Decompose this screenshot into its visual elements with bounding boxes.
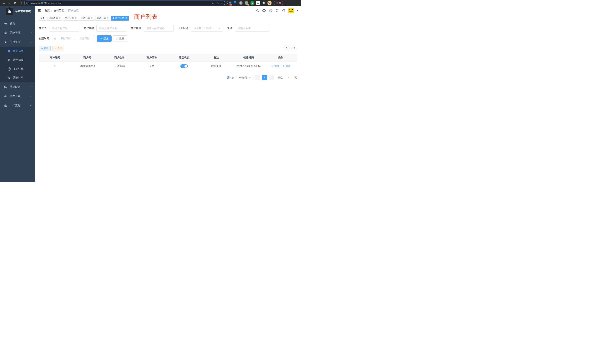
refresh-icon — [293, 47, 295, 50]
search-button[interactable]: 搜索 — [97, 35, 112, 42]
tab-user-group[interactable]: 用户分组✕ — [63, 16, 78, 21]
goto-page-input[interactable] — [285, 75, 292, 80]
yen-icon: ¥ — [4, 40, 7, 44]
extension-y-icon[interactable]: y — [250, 1, 254, 5]
share-icon[interactable] — [216, 1, 219, 4]
font-size-icon[interactable]: TT — [282, 9, 285, 12]
page-size-select[interactable]: 10条/页 — [236, 75, 254, 80]
merchant-table: 商户编号 商户号 商户全称 商户简称 开启状态 备注 创建时间 操作 1 M23… — [39, 54, 297, 71]
payment-submenu: 商户信息 应用信息 ¥ 支付订单 退款订单 — [0, 47, 35, 82]
tags-view-bar: 首页 流程表单✕ 用户分组✕ 支付订单✕ 退款订单✕ 商户信息✕ — [35, 15, 301, 21]
fullscreen-icon[interactable] — [275, 9, 279, 12]
browser-back-button[interactable]: ← — [1, 0, 6, 5]
short-name-input[interactable] — [144, 25, 174, 32]
search-icon — [285, 47, 288, 50]
extension-notes-icon[interactable] — [256, 1, 260, 5]
url-bar[interactable]: i localhost:1024/pay/merchant ☆ — [24, 0, 225, 5]
create-time-range-picker[interactable]: 开始日期 - 结束日期 — [52, 35, 94, 42]
col-remark: 备注 — [200, 54, 232, 62]
dashboard-icon — [4, 22, 7, 25]
close-icon[interactable]: ✕ — [75, 17, 76, 19]
browser-reload-button[interactable] — [13, 0, 17, 5]
home-icon — [19, 1, 22, 4]
plus-icon — [41, 47, 43, 50]
close-icon[interactable]: ✕ — [107, 17, 109, 19]
tab-merchant-info[interactable]: 商户信息✕ — [111, 16, 129, 21]
browser-menu-icon[interactable]: ⋮⋮ — [284, 1, 287, 5]
tab-pay-order[interactable]: 支付订单✕ — [79, 16, 94, 21]
profile-avatar-icon[interactable] — [268, 1, 271, 5]
bookmark-star-icon[interactable]: ☆ — [221, 2, 223, 4]
merchant-no-input[interactable] — [49, 25, 79, 32]
browser-home-button[interactable] — [18, 0, 23, 5]
app-logo[interactable]: 芋道管理系统 — [0, 6, 35, 17]
page-1-button[interactable]: 1 — [262, 75, 267, 80]
browser-forward-button[interactable]: → — [7, 0, 12, 5]
site-info-icon[interactable]: i — [26, 2, 29, 4]
status-select[interactable]: 请选择开启状态 — [191, 25, 223, 32]
edit-link[interactable]: 修改 — [271, 64, 279, 68]
prev-page-button[interactable]: ‹ — [255, 75, 260, 80]
add-button[interactable]: 新增 — [39, 46, 51, 51]
trash-icon — [282, 65, 285, 67]
reset-button[interactable]: 重置 — [113, 35, 127, 42]
sidebar-item-infrastructure[interactable]: 基础设施 — [0, 82, 35, 92]
github-icon[interactable] — [262, 9, 266, 12]
sidebar-item-workflow[interactable]: 工作流程 — [0, 101, 35, 110]
page-unit-label: 页 — [294, 76, 297, 79]
show-search-toggle-button[interactable] — [284, 46, 290, 51]
status-toggle[interactable] — [180, 64, 188, 68]
app-title: 芋道管理系统 — [15, 10, 31, 13]
user-avatar[interactable] — [288, 8, 294, 13]
breadcrumb-home[interactable]: 首页 — [44, 9, 50, 12]
sidebar-item-label: 支付订单 — [13, 67, 23, 71]
sidebar-item-payment[interactable]: ¥ 支付管理 — [0, 37, 35, 47]
sidebar-item-pay-order[interactable]: ¥ 支付订单 — [0, 64, 35, 73]
tab-process-form[interactable]: 流程表单✕ — [47, 16, 62, 21]
extension-devtools-icon[interactable]: 10 — [227, 1, 231, 5]
tab-home[interactable]: 首页 — [39, 16, 46, 21]
remark-label: 备注 — [227, 26, 232, 30]
cell-merchant-no: M233666999 — [71, 62, 103, 71]
close-icon[interactable]: ✕ — [125, 17, 127, 19]
sidebar-collapse-icon[interactable] — [38, 9, 41, 12]
delete-link[interactable]: 删除 — [282, 64, 290, 68]
help-icon[interactable] — [269, 9, 272, 12]
table-row: 1 M233666999 芋道源码 芋艿 我是备注 2021-10-23 08:… — [39, 62, 297, 71]
extension-gem-icon[interactable] — [233, 1, 237, 5]
extension-command-icon[interactable]: ⌘ — [239, 1, 243, 5]
next-page-button[interactable]: › — [269, 75, 274, 80]
sidebar-item-refund-order[interactable]: 退款订单 — [0, 73, 35, 82]
chevron-up-icon — [30, 41, 32, 43]
extension-camera-icon[interactable]: 1 — [245, 1, 248, 5]
sidebar-item-system[interactable]: 系统管理 — [0, 28, 35, 37]
close-icon[interactable]: ✕ — [59, 17, 61, 19]
calendar-icon — [54, 37, 56, 40]
sidebar-item-label: 商户信息 — [13, 50, 23, 53]
extensions-area: 10 ⌘ 1 y — [227, 1, 271, 5]
password-key-icon[interactable] — [212, 2, 215, 4]
avatar-caret-icon[interactable]: ▾ — [297, 10, 298, 12]
browser-update-button[interactable]: 更新 — [274, 1, 283, 5]
extensions-puzzle-icon[interactable] — [262, 1, 266, 5]
chevron-down-icon — [218, 27, 221, 29]
full-name-input[interactable] — [96, 25, 126, 32]
sidebar-item-app-info[interactable]: 应用信息 — [0, 56, 35, 64]
annotation-merchant-list: 商户列表 — [134, 13, 158, 21]
remark-input[interactable] — [235, 25, 269, 32]
sidebar-item-home[interactable]: 首页 — [0, 19, 35, 28]
sidebar-item-label: 退款订单 — [13, 76, 23, 79]
cell-full-name: 芋道源码 — [103, 62, 136, 71]
export-button[interactable]: 导出 — [53, 46, 64, 51]
refresh-table-button[interactable] — [291, 46, 297, 51]
briefcase-icon — [4, 104, 7, 107]
sidebar-item-merchant-info[interactable]: 商户信息 — [0, 47, 35, 56]
header-search-icon[interactable] — [256, 9, 259, 12]
breadcrumb-payment[interactable]: 支付管理 — [54, 9, 64, 12]
close-icon[interactable]: ✕ — [91, 17, 93, 19]
sidebar-item-label: 研发工具 — [10, 95, 20, 98]
chevron-down-icon — [30, 95, 32, 97]
sidebar-item-dev-tools[interactable]: 研发工具 — [0, 92, 35, 101]
active-dot — [113, 17, 114, 19]
tab-refund-order[interactable]: 退款订单✕ — [95, 16, 110, 21]
